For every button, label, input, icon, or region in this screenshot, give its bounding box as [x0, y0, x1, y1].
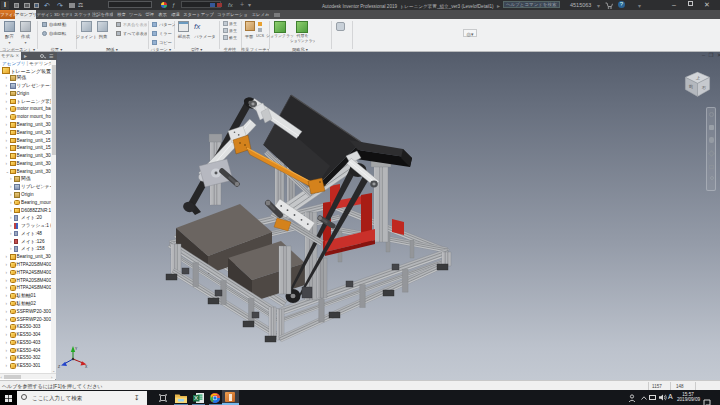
svg-text:前: 前: [689, 84, 694, 89]
svg-text:Y: Y: [75, 347, 78, 351]
svg-text:X: X: [85, 365, 88, 369]
svg-text:X: X: [194, 395, 198, 401]
svg-text:Z: Z: [58, 365, 61, 369]
svg-text:右: 右: [702, 85, 707, 90]
